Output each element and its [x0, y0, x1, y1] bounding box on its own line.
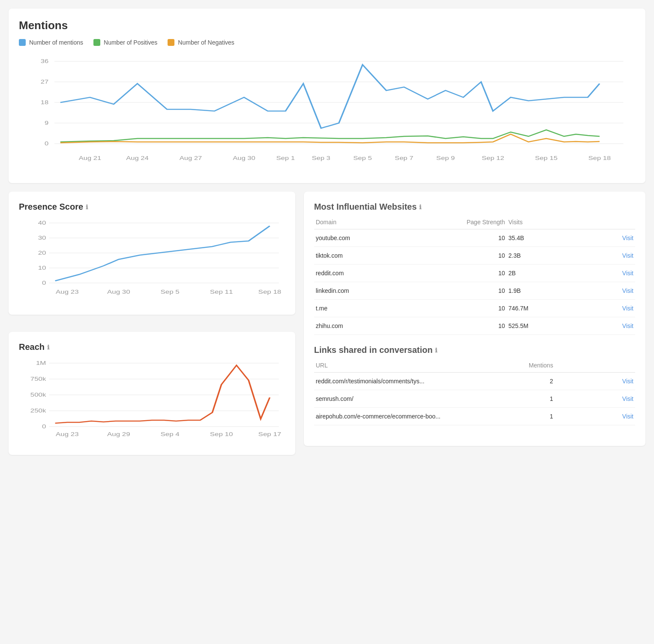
strength-cell: 10 [459, 317, 507, 335]
legend-color-positives [93, 39, 100, 46]
svg-text:500k: 500k [30, 392, 46, 397]
influential-websites-table: Domain Page Strength Visits youtube.com … [314, 215, 635, 335]
svg-text:9: 9 [45, 120, 48, 126]
mentions-legend: Number of mentions Number of Positives N… [19, 39, 635, 46]
link-visit-cell[interactable]: Visit [555, 390, 635, 408]
reach-title: Reach ℹ [19, 342, 285, 352]
links-shared-label: Links shared in conversation [314, 345, 433, 355]
presence-score-label: Presence Score [19, 202, 83, 212]
url-cell: reddit.com/r/testimonials/comments/tys..… [314, 373, 491, 390]
url-cell: semrush.com/ [314, 390, 491, 408]
visit-action-cell[interactable]: Visit [571, 300, 635, 317]
mentions-title: Mentions [19, 19, 635, 32]
svg-text:Sep 7: Sep 7 [395, 155, 413, 161]
strength-cell: 10 [459, 229, 507, 247]
visit-link[interactable]: Visit [622, 287, 633, 294]
table-row: t.me 10 746.7M Visit [314, 300, 635, 317]
svg-text:Sep 5: Sep 5 [161, 289, 180, 295]
table-row: airepohub.com/e-commerce/ecommerce-boo..… [314, 408, 635, 425]
visit-link[interactable]: Visit [622, 235, 633, 241]
reach-chart: 1M 750k 500k 250k 0 Aug 23 Aug 29 Sep 4 … [19, 359, 285, 445]
right-panel: Most Influential Websites ℹ Domain Page … [304, 192, 645, 463]
col-header-strength: Page Strength [459, 215, 507, 229]
bottom-section: Presence Score ℹ 40 30 20 10 0 Aug 23 Au… [9, 192, 645, 463]
links-shared-info-icon[interactable]: ℹ [435, 347, 437, 354]
svg-text:0: 0 [42, 280, 46, 286]
table-row: reddit.com/r/testimonials/comments/tys..… [314, 373, 635, 390]
svg-text:Sep 18: Sep 18 [258, 289, 282, 295]
link-visit-cell[interactable]: Visit [555, 373, 635, 390]
presence-score-info-icon[interactable]: ℹ [86, 204, 88, 211]
mentions-cell: 1 [491, 408, 555, 425]
visit-action-cell[interactable]: Visit [571, 282, 635, 300]
influential-websites-title: Most Influential Websites ℹ [314, 202, 635, 212]
legend-item-negatives: Number of Negatives [168, 39, 234, 46]
visits-cell: 2B [507, 265, 571, 282]
left-panels: Presence Score ℹ 40 30 20 10 0 Aug 23 Au… [9, 192, 295, 463]
visit-action-cell[interactable]: Visit [571, 247, 635, 265]
svg-text:0: 0 [45, 141, 48, 146]
mentions-chart-svg: 36 27 18 9 0 Aug 21 Aug 24 Aug 27 Aug 30… [19, 53, 635, 173]
domain-cell: zhihu.com [314, 317, 459, 335]
domain-cell: t.me [314, 300, 459, 317]
url-cell: airepohub.com/e-commerce/ecommerce-boo..… [314, 408, 491, 425]
svg-text:750k: 750k [30, 376, 46, 382]
table-row: zhihu.com 10 525.5M Visit [314, 317, 635, 335]
visit-link[interactable]: Visit [622, 270, 633, 277]
link-visit-link[interactable]: Visit [622, 395, 633, 402]
table-row: tiktok.com 10 2.3B Visit [314, 247, 635, 265]
legend-item-positives: Number of Positives [93, 39, 157, 46]
svg-text:Aug 23: Aug 23 [56, 431, 79, 437]
table-row: reddit.com 10 2B Visit [314, 265, 635, 282]
reach-info-icon[interactable]: ℹ [47, 344, 49, 351]
reach-label: Reach [19, 342, 45, 352]
svg-text:Sep 18: Sep 18 [588, 155, 611, 161]
link-visit-link[interactable]: Visit [622, 413, 633, 420]
visit-action-cell[interactable]: Visit [571, 265, 635, 282]
visits-cell: 1.9B [507, 282, 571, 300]
svg-text:Aug 29: Aug 29 [107, 431, 130, 437]
legend-label-negatives: Number of Negatives [178, 39, 234, 46]
svg-text:Sep 5: Sep 5 [353, 155, 372, 161]
svg-text:Aug 30: Aug 30 [107, 289, 130, 295]
svg-text:250k: 250k [30, 408, 46, 413]
links-table-header-row: URL Mentions [314, 358, 635, 373]
svg-text:36: 36 [41, 58, 48, 64]
presence-score-chart: 40 30 20 10 0 Aug 23 Aug 30 Sep 5 Sep 11… [19, 219, 285, 304]
visit-action-cell[interactable]: Visit [571, 229, 635, 247]
visit-link[interactable]: Visit [622, 322, 633, 329]
visit-action-cell[interactable]: Visit [571, 317, 635, 335]
visit-link[interactable]: Visit [622, 252, 633, 259]
svg-text:Sep 17: Sep 17 [258, 431, 282, 437]
websites-table-body: youtube.com 10 35.4B Visit tiktok.com 10… [314, 229, 635, 335]
presence-score-card: Presence Score ℹ 40 30 20 10 0 Aug 23 Au… [9, 192, 295, 315]
visit-link[interactable]: Visit [622, 305, 633, 312]
svg-text:Aug 23: Aug 23 [56, 289, 79, 295]
svg-text:Aug 30: Aug 30 [233, 155, 255, 161]
link-visit-cell[interactable]: Visit [555, 408, 635, 425]
influential-websites-label: Most Influential Websites [314, 202, 417, 212]
legend-color-negatives [168, 39, 174, 46]
svg-text:Aug 24: Aug 24 [126, 155, 149, 161]
table-row: youtube.com 10 35.4B Visit [314, 229, 635, 247]
visits-cell: 746.7M [507, 300, 571, 317]
col-header-visit [555, 358, 635, 373]
svg-text:Aug 27: Aug 27 [180, 155, 202, 161]
link-visit-link[interactable]: Visit [622, 378, 633, 385]
table-row: semrush.com/ 1 Visit [314, 390, 635, 408]
svg-text:Sep 1: Sep 1 [276, 155, 295, 161]
svg-text:30: 30 [38, 235, 46, 241]
table-row: linkedin.com 10 1.9B Visit [314, 282, 635, 300]
influential-websites-info-icon[interactable]: ℹ [419, 204, 421, 211]
links-shared-title: Links shared in conversation ℹ [314, 345, 635, 355]
legend-item-mentions: Number of mentions [19, 39, 83, 46]
svg-text:0: 0 [42, 424, 46, 429]
presence-score-title: Presence Score ℹ [19, 202, 285, 212]
reach-svg: 1M 750k 500k 250k 0 Aug 23 Aug 29 Sep 4 … [19, 359, 285, 445]
svg-text:27: 27 [41, 79, 48, 84]
table-header-row: Domain Page Strength Visits [314, 215, 635, 229]
svg-text:Sep 11: Sep 11 [210, 289, 233, 295]
col-header-action [571, 215, 635, 229]
links-shared-table: URL Mentions reddit.com/r/testimonials/c… [314, 358, 635, 425]
svg-text:1M: 1M [36, 360, 46, 366]
